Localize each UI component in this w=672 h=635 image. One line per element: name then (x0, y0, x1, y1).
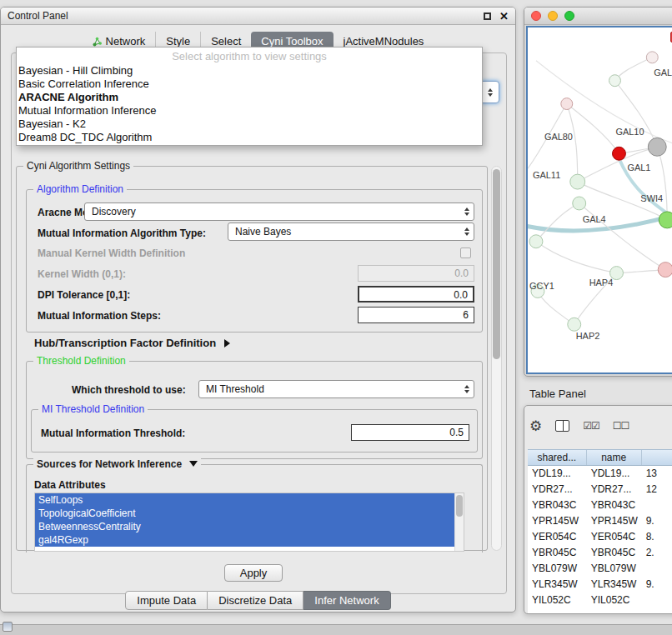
network-node-label: GAL10 (615, 127, 644, 137)
minimize-traffic-light[interactable] (548, 11, 558, 21)
table-header-cell-1[interactable]: name (587, 450, 642, 465)
attribute-item-gal4rgexp[interactable]: gal4RGexp (35, 533, 464, 547)
settings-scrollbar[interactable] (491, 166, 502, 551)
bottom-tab-impute-data[interactable]: Impute Data (125, 591, 208, 610)
bottom-status-bar (0, 624, 672, 635)
sources-title[interactable]: Sources for Network Inference (33, 458, 201, 470)
kernel-width-label: Kernel Width (0,1): (38, 268, 126, 280)
close-icon[interactable]: ✕ (499, 11, 509, 22)
apply-button[interactable]: Apply (224, 564, 283, 582)
table-header-cell-0[interactable]: shared... (528, 450, 587, 465)
table-cell: 9. (642, 513, 672, 529)
algorithm-definition-title: Algorithm Definition (33, 183, 127, 195)
algorithm-popup-placeholder: Select algorithm to view settings (17, 49, 482, 64)
attributes-scroll-thumb[interactable] (456, 495, 463, 517)
control-panel-window: Control Panel ✕ NetworkStyleSelectCyni T… (0, 7, 516, 612)
control-panel-titlebar: Control Panel ✕ (1, 8, 515, 25)
table-row[interactable]: YBR045CYBR045C2. (528, 545, 672, 561)
network-node[interactable] (561, 98, 573, 110)
network-canvas[interactable]: GAL80GAL10GAL11GAL1SWI4GAL4GCY1HAP4HAP2G… (526, 26, 672, 374)
gear-icon[interactable]: ⚙ (529, 419, 542, 433)
bottom-tab-bar: Impute DataDiscretize DataInfer Network (1, 591, 515, 610)
table-cell: YBR045C (587, 545, 642, 561)
hub-section-text: Hub/Transcription Factor Definition (34, 337, 216, 349)
which-threshold-combo[interactable]: MI Threshold (198, 380, 474, 398)
table-cell: YER054C (528, 529, 587, 545)
algorithm-option-bayesian-hill-climbing[interactable]: Bayesian - Hill Climbing (17, 64, 482, 78)
algorithm-option-aracne-algorithm[interactable]: ARACNE Algorithm (17, 91, 482, 104)
float-icon[interactable] (484, 12, 491, 20)
hub-section-label[interactable]: Hub/Transcription Factor Definition (34, 337, 230, 349)
attributes-list-scrollbar[interactable] (454, 493, 464, 551)
network-node-label: GAL1 (627, 162, 650, 172)
table-row[interactable]: YLR345WYLR345W9. (528, 577, 672, 592)
network-edge (567, 104, 619, 154)
close-traffic-light[interactable] (531, 11, 541, 21)
attribute-item-topologicalcoefficient[interactable]: TopologicalCoefficient (35, 507, 464, 520)
algorithm-option-dream8-dc-tdc-algorithm[interactable]: Dream8 DC_TDC Algorithm (17, 131, 482, 144)
select-all-checkboxes-icon[interactable]: ☑☑ (583, 420, 599, 432)
attributes-list[interactable]: SelfLoopsTopologicalCoefficientBetweenne… (34, 492, 464, 552)
dpi-tolerance-field[interactable]: 0.0 (358, 286, 474, 302)
algorithm-combo-arrow[interactable] (481, 81, 499, 103)
attributes-items: SelfLoopsTopologicalCoefficientBetweenne… (35, 493, 464, 547)
manual-kernel-checkbox[interactable] (460, 248, 471, 258)
kernel-width-field[interactable]: 0.0 (358, 265, 474, 282)
table-header-cell-2[interactable] (642, 450, 672, 465)
data-attributes-label: Data Attributes (34, 479, 106, 491)
table-cell: YBR045C (528, 545, 587, 561)
network-tab-icon (93, 37, 103, 47)
attribute-item-selfloops[interactable]: SelfLoops (35, 493, 464, 507)
threshold-definition-title: Threshold Definition (33, 355, 129, 367)
deselect-all-checkboxes-icon[interactable]: ☐☐ (613, 420, 629, 432)
data-table: shared...name YDL19...YDL19...13YDR27...… (528, 449, 672, 613)
bottom-tab-infer-network[interactable]: Infer Network (303, 591, 390, 610)
data-table-body: YDL19...YDL19...13YDR27...YDR27...12YBR0… (528, 466, 672, 608)
network-node-label: HAP2 (576, 331, 600, 341)
network-node[interactable] (609, 75, 621, 87)
table-cell: 13 (642, 466, 672, 482)
mi-threshold-field[interactable]: 0.5 (351, 424, 469, 441)
attribute-item-betweennesscentrality[interactable]: BetweennessCentrality (35, 520, 464, 533)
settings-scroll-thumb[interactable] (493, 169, 500, 359)
mi-threshold-label: Mutual Information Threshold: (41, 428, 185, 439)
algorithm-option-mutual-information-inference[interactable]: Mutual Information Inference (17, 104, 482, 118)
mi-algorithm-type-combo[interactable]: Naive Bayes (228, 222, 474, 241)
mi-algorithm-type-label: Mutual Information Algorithm Type: (38, 228, 206, 239)
table-cell: YPR145W (587, 513, 642, 529)
zoom-traffic-light[interactable] (564, 11, 574, 21)
table-cell: 8. (642, 529, 672, 545)
which-threshold-label: Which threshold to use: (72, 384, 186, 396)
table-row[interactable]: YIL052CYIL052C (528, 592, 672, 608)
bottom-tab-discretize-data[interactable]: Discretize Data (208, 591, 303, 610)
table-row[interactable]: YPR145WYPR145W9. (528, 513, 672, 529)
columns-icon[interactable] (555, 420, 569, 432)
mi-steps-field[interactable]: 6 (358, 307, 474, 323)
network-node[interactable] (529, 235, 543, 248)
network-node[interactable] (568, 318, 581, 331)
bottom-left-app-icon[interactable] (3, 622, 13, 632)
network-node[interactable] (613, 147, 626, 160)
table-toolbar: ⚙ ☑☑ ☐☐ (529, 412, 629, 439)
table-cell (642, 561, 672, 577)
dpi-tolerance-label: DPI Tolerance [0,1]: (38, 289, 130, 301)
table-cell: YER054C (587, 529, 642, 545)
aracne-mode-combo[interactable]: Discovery (84, 202, 474, 221)
network-node[interactable] (573, 197, 586, 210)
table-row[interactable]: YER054CYER054C8. (528, 529, 672, 545)
table-row[interactable]: YDL19...YDL19...13 (528, 466, 672, 482)
algorithm-option-basic-correlation-inference[interactable]: Basic Correlation Inference (17, 78, 482, 91)
table-row[interactable]: YBL079WYBL079W (528, 561, 672, 577)
table-window: ⚙ ☑☑ ☐☐ shared...name YDL19...YDL19...13… (524, 405, 672, 614)
table-cell: YBL079W (528, 561, 587, 577)
table-row[interactable]: YDR27...YDR27...12 (528, 482, 672, 498)
network-node[interactable] (659, 212, 672, 228)
collapse-down-icon (189, 461, 198, 467)
network-node[interactable] (658, 262, 672, 278)
table-row[interactable]: YBR043CYBR043C (528, 498, 672, 513)
network-node[interactable] (646, 52, 658, 63)
network-node[interactable] (648, 138, 666, 156)
network-node[interactable] (570, 174, 585, 189)
table-cell: YDR27... (528, 482, 587, 498)
algorithm-option-bayesian-k2[interactable]: Bayesian - K2 (17, 118, 482, 131)
